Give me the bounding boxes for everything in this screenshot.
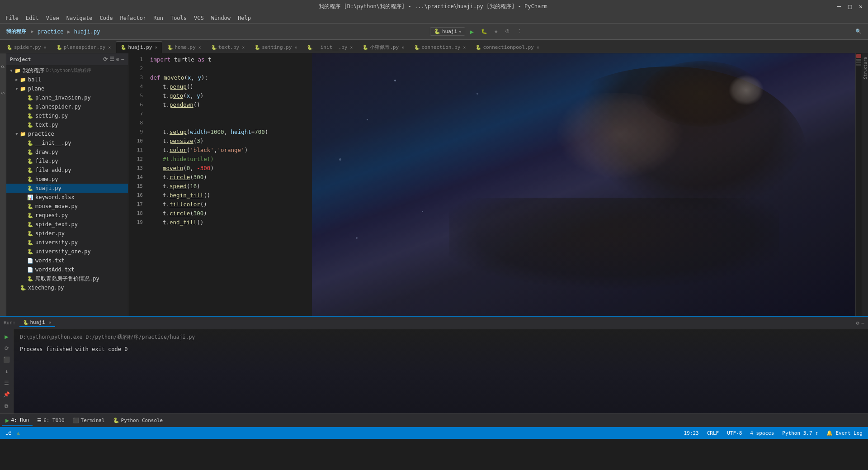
minimize-button[interactable]: ─: [835, 3, 843, 10]
toolbar-project-label[interactable]: 我的程序: [4, 27, 29, 36]
root-expand-icon[interactable]: ▼: [8, 68, 14, 73]
run-scroll-btn[interactable]: ↕: [2, 367, 11, 376]
tree-spider[interactable]: 🐍 spider.py: [6, 229, 128, 238]
tab-setting[interactable]: 🐍 setting.py ✕: [250, 41, 302, 53]
plane-expand-icon[interactable]: ▼: [14, 86, 20, 91]
crlf-status[interactable]: CRLF: [705, 430, 721, 436]
close-tab-spider[interactable]: ✕: [44, 45, 47, 50]
tab-connection[interactable]: 🐍 connection.py ✕: [409, 41, 471, 53]
profile-button[interactable]: ⏱: [502, 28, 513, 35]
project-tab-icon[interactable]: P: [0, 55, 6, 78]
tree-file[interactable]: 🐍 file.py: [6, 157, 128, 166]
run-button[interactable]: ▶: [467, 27, 476, 36]
tree-setting[interactable]: 🐍 setting.py: [6, 111, 128, 120]
tab-init[interactable]: 🐍 __init__.py ✕: [302, 41, 358, 53]
sidebar-settings-btn[interactable]: ⚙: [116, 56, 119, 62]
tree-university-one[interactable]: 🐍 university_one.py: [6, 247, 128, 256]
tree-words[interactable]: 📄 words.txt: [6, 256, 128, 265]
close-tab-setting[interactable]: ✕: [294, 45, 297, 50]
tree-draw[interactable]: 🐍 draw.py: [6, 147, 128, 157]
menu-help[interactable]: Help: [234, 14, 255, 22]
practice-expand-icon[interactable]: ▼: [14, 132, 20, 136]
tab-peppa[interactable]: 🐍 小猪佩奇.py ✕: [358, 41, 409, 53]
event-log-status[interactable]: 🔔 Event Log: [825, 430, 864, 436]
tree-university[interactable]: 🐍 university.py: [6, 238, 128, 247]
close-tab-planespider[interactable]: ✕: [108, 45, 111, 50]
run-stop-btn[interactable]: ⬛: [2, 355, 11, 364]
tree-init[interactable]: 🐍 __init__.py: [6, 138, 128, 147]
tree-xiecheng[interactable]: 🐍 xiecheng.py: [6, 283, 128, 292]
terminal-toolbar-btn[interactable]: ⬛ Terminal: [69, 416, 108, 426]
tab-planespider[interactable]: 🐍 planespider.py ✕: [52, 41, 116, 53]
sidebar-sync-btn[interactable]: ⟳: [103, 56, 108, 62]
charset-status[interactable]: UTF-8: [725, 430, 744, 436]
menu-refactor[interactable]: Refactor: [116, 14, 150, 22]
tree-spide-text[interactable]: 🐍 spide_text.py: [6, 220, 128, 229]
run-window-btn[interactable]: ⧉: [2, 402, 11, 411]
sidebar-collapse-btn[interactable]: −: [121, 56, 124, 62]
tree-ball[interactable]: ▶ 📁 ball: [6, 75, 128, 84]
close-tab-peppa[interactable]: ✕: [401, 45, 404, 50]
menu-edit[interactable]: Edit: [22, 14, 42, 22]
run-toolbar-btn[interactable]: ▶ 4: Run: [2, 416, 33, 426]
run-settings-icon[interactable]: ⚙: [856, 320, 859, 326]
close-tab-huaji[interactable]: ✕: [155, 45, 157, 50]
line-col-status[interactable]: 19:23: [682, 430, 701, 436]
search-everywhere[interactable]: 🔍: [853, 28, 864, 35]
python-console-btn[interactable]: 🐍 Python Console: [109, 416, 167, 426]
structure-label[interactable]: Structure: [863, 55, 868, 81]
tree-plane-invasion[interactable]: 🐍 plane_invasion.py: [6, 93, 128, 102]
tree-words-add[interactable]: 📄 wordsAdd.txt: [6, 265, 128, 274]
tree-planespider[interactable]: 🐍 planespider.py: [6, 102, 128, 111]
menu-code[interactable]: Code: [96, 14, 117, 22]
tree-keyword[interactable]: 📊 keyword.xlsx: [6, 193, 128, 202]
tab-home[interactable]: 🐍 home.py ✕: [162, 41, 206, 53]
sidebar-gear-btn[interactable]: ☰: [109, 56, 114, 62]
menu-tools[interactable]: Tools: [167, 14, 190, 22]
maximize-button[interactable]: □: [846, 3, 854, 10]
tab-spider[interactable]: 🐍 spider.py ✕: [2, 41, 52, 53]
tab-connectionpool[interactable]: 🐍 connectionpool.py ✕: [471, 41, 544, 53]
menu-file[interactable]: File: [2, 14, 22, 22]
run-pin-btn[interactable]: 📌: [2, 390, 11, 399]
run-minimize-icon[interactable]: −: [861, 320, 864, 326]
close-tab-text[interactable]: ✕: [242, 45, 245, 50]
tree-mouse-move[interactable]: 🐍 mouse_move.py: [6, 202, 128, 211]
tree-request[interactable]: 🐍 request.py: [6, 211, 128, 220]
run-huaji-tab[interactable]: 🐍 huaji ✕: [19, 318, 55, 327]
git-icon[interactable]: ⎇: [4, 430, 13, 436]
tree-file-add[interactable]: 🐍 file_add.py: [6, 166, 128, 175]
close-run-tab[interactable]: ✕: [49, 320, 52, 325]
tree-huaji[interactable]: 🐍 huaji.py: [6, 184, 128, 193]
indent-status[interactable]: 4 spaces: [748, 430, 776, 436]
close-tab-init[interactable]: ✕: [350, 45, 353, 50]
run-filter-btn[interactable]: ☰: [2, 379, 11, 388]
menu-window[interactable]: Window: [208, 14, 234, 22]
close-button[interactable]: ✕: [857, 3, 864, 10]
close-tab-connectionpool[interactable]: ✕: [537, 45, 539, 50]
tree-plane[interactable]: ▼ 📁 plane: [6, 84, 128, 93]
tab-text[interactable]: 🐍 text.py ✕: [206, 41, 250, 53]
run-play-btn[interactable]: ▶: [2, 332, 11, 341]
structure-tab-icon[interactable]: S: [0, 80, 6, 107]
ball-expand-icon[interactable]: ▶: [14, 77, 20, 82]
tree-home[interactable]: 🐍 home.py: [6, 175, 128, 184]
coverage-button[interactable]: ◈: [492, 28, 500, 35]
run-rerun-btn[interactable]: ⟳: [2, 344, 11, 353]
menu-navigate[interactable]: Navigate: [63, 14, 96, 22]
python-version-status[interactable]: Python 3.7 ↕: [780, 430, 820, 436]
breadcrumb-file[interactable]: huaji.py: [72, 28, 102, 36]
menu-view[interactable]: View: [42, 14, 63, 22]
tree-practice[interactable]: ▼ 📁 practice: [6, 129, 128, 138]
menu-run[interactable]: Run: [150, 14, 167, 22]
close-tab-connection[interactable]: ✕: [463, 45, 466, 50]
warnings-icon[interactable]: ⚠: [15, 430, 22, 436]
more-run-options[interactable]: ⋮: [514, 28, 525, 35]
tree-text[interactable]: 🐍 text.py: [6, 120, 128, 129]
tree-qingdao[interactable]: 🐍 爬取青岛房子售价情况.py: [6, 274, 128, 283]
todo-toolbar-btn[interactable]: ☰ 6: TODO: [33, 416, 68, 426]
code-editor[interactable]: import turtle as t def moveto(x, y): t.p…: [146, 53, 862, 316]
tab-huaji[interactable]: 🐍 huaji.py ✕: [116, 41, 162, 53]
breadcrumb-practice[interactable]: practice: [36, 28, 66, 36]
tree-root[interactable]: ▼ 📁 我的程序 D:\python\我的程序: [6, 66, 128, 75]
